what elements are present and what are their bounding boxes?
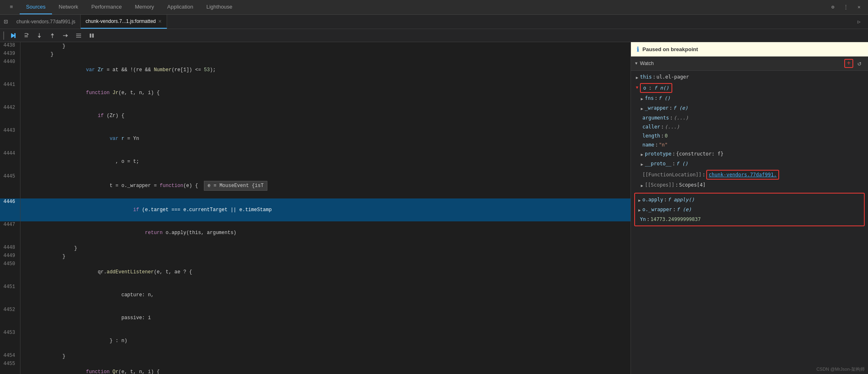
table-row: 4453 } : n) xyxy=(0,329,631,352)
watch-item-name: name: "n" xyxy=(631,140,868,149)
main-content: 4438 } 4439 } 4440 var Zr = at && !(re &… xyxy=(0,42,868,374)
watch-item-this[interactable]: ▶ this: ul.el-pager xyxy=(631,72,868,82)
tab-sources[interactable]: Sources xyxy=(20,0,52,14)
file-tab-bar: ⊡ chunk-vendors.77daf991.js chunk-vendor… xyxy=(0,15,868,29)
more-button[interactable]: ⋮ xyxy=(840,2,852,13)
bottom-highlight-box: ▶ o.apply: f apply() ▶ o._wrapper: f (e) xyxy=(634,193,865,226)
code-editor[interactable]: 4438 } 4439 } 4440 var Zr = at && !(re &… xyxy=(0,42,631,374)
arrow-scopes: ▶ xyxy=(641,182,643,189)
step-into-button[interactable] xyxy=(34,30,45,41)
resume-button[interactable] xyxy=(7,30,19,41)
app-container: ≡ Sources Network Performance Memory App… xyxy=(0,0,868,374)
watch-item-arguments: arguments: (...) xyxy=(631,113,868,122)
table-row: 4444 , o = t; xyxy=(0,150,631,173)
file-tab-inactive-label: chunk-vendors.77daf991.js xyxy=(16,19,75,25)
watch-item-caller: caller: (...) xyxy=(631,122,868,131)
watch-expand-arrow: ▼ xyxy=(635,61,637,66)
table-row: 4439 } xyxy=(0,50,631,59)
add-watch-button[interactable]: + xyxy=(844,59,853,68)
close-button[interactable]: ✕ xyxy=(853,2,865,13)
tab-lighthouse-label: Lighthouse xyxy=(206,4,233,10)
svg-rect-1 xyxy=(14,33,16,38)
tab-memory-label: Memory xyxy=(135,4,154,10)
watch-tree: ▶ this: ul.el-pager ▼ o: f n() xyxy=(631,71,868,374)
table-row: 4448 } xyxy=(0,244,631,252)
svg-rect-12 xyxy=(90,34,91,38)
tab-network-label: Network xyxy=(59,4,78,10)
tab-memory[interactable]: Memory xyxy=(128,0,160,14)
arrow-proto: ▶ xyxy=(641,161,643,168)
debug-toolbar xyxy=(0,29,868,42)
watermark: CSDN @MrJson-架构师 xyxy=(816,366,865,372)
watch-item-fns[interactable]: ▶ fns: f () xyxy=(631,94,868,104)
table-row: 4450 qr.addEventListener(e, t, ae ? { xyxy=(0,261,631,284)
table-row: 4446 if (e.target === e.currentTarget ||… xyxy=(0,198,631,221)
file-tab-active-label: chunk-vendors.7...1.js:formatted xyxy=(86,18,156,24)
svg-marker-6 xyxy=(51,33,54,35)
deactivate-breakpoints-button[interactable] xyxy=(73,30,84,41)
info-icon: ℹ xyxy=(637,45,639,53)
tab-application-label: Application xyxy=(167,4,193,10)
watch-item-length: length: 0 xyxy=(631,131,868,140)
watch-item-yn: Yn: 14773.24999999837 xyxy=(638,215,861,224)
tooltip-overlay: e = MouseEvent {isT xyxy=(204,181,267,191)
file-tab-active[interactable]: chunk-vendors.7...1.js:formatted × xyxy=(81,15,167,29)
right-panel: ℹ Paused on breakpoint ▼ Watch + ↺ ▶ thi… xyxy=(631,42,868,374)
sidebar-toggle[interactable]: ⊡ xyxy=(0,16,11,27)
add-tab-button[interactable]: ▷ xyxy=(853,16,865,27)
arrow-o: ▼ xyxy=(636,84,638,91)
tab-elements[interactable]: ≡ xyxy=(3,0,20,14)
step-out-button[interactable] xyxy=(47,30,58,41)
table-row: 4452 passive: i xyxy=(0,306,631,329)
arrow-prototype: ▶ xyxy=(641,151,643,158)
arrow-o-apply: ▶ xyxy=(638,197,641,204)
watch-item-proto[interactable]: ▶ __proto__: f () xyxy=(631,159,868,169)
table-row: 4449 } xyxy=(0,252,631,261)
arrow-this: ▶ xyxy=(636,74,638,81)
step-over-button[interactable] xyxy=(20,30,32,41)
table-row: 4441 function Jr(e, t, n, i) { xyxy=(0,81,631,104)
table-row: 4454 } xyxy=(0,352,631,360)
watch-item-o-wrapper[interactable]: ▶ o._wrapper: f (e) xyxy=(638,205,861,215)
file-tab-inactive[interactable]: chunk-vendors.77daf991.js xyxy=(11,15,81,29)
watch-item-function-location: [[FunctionLocation]]: chunk-vendors.77da… xyxy=(631,169,868,180)
code-lines: 4438 } 4439 } 4440 var Zr = at && !(re &… xyxy=(0,42,631,374)
function-location-link[interactable]: chunk-vendors.77daf991. xyxy=(709,172,777,178)
watch-label: Watch xyxy=(640,61,844,66)
svg-marker-8 xyxy=(66,34,68,37)
pause-button[interactable] xyxy=(86,30,97,41)
watch-item-o[interactable]: ▼ o: f n() xyxy=(631,82,868,94)
table-row: 4455 function Qr(e, t, n, i) { xyxy=(0,360,631,374)
step-button[interactable] xyxy=(60,30,71,41)
tab-network[interactable]: Network xyxy=(52,0,85,14)
watch-item-prototype[interactable]: ▶ prototype: {constructor: f} xyxy=(631,149,868,159)
top-tab-bar: ≡ Sources Network Performance Memory App… xyxy=(0,0,868,15)
svg-rect-13 xyxy=(92,34,94,38)
table-row: 4442 if (Zr) { xyxy=(0,104,631,127)
breakpoint-notice-text: Paused on breakpoint xyxy=(642,46,698,52)
svg-marker-4 xyxy=(38,36,41,38)
table-row: 4443 var r = Yn xyxy=(0,127,631,150)
tab-performance-label: Performance xyxy=(91,4,122,10)
tab-sources-label: Sources xyxy=(26,4,46,10)
table-row: 4438 } xyxy=(0,42,631,50)
watch-header[interactable]: ▼ Watch + ↺ xyxy=(631,56,868,71)
file-tab-close-icon[interactable]: × xyxy=(158,18,162,25)
tab-performance[interactable]: Performance xyxy=(85,0,128,14)
table-row: 4440 var Zr = at && !(re && Number(re[1]… xyxy=(0,59,631,81)
tab-application[interactable]: Application xyxy=(160,0,200,14)
table-row: 4451 capture: n, xyxy=(0,284,631,306)
watch-item-o-apply[interactable]: ▶ o.apply: f apply() xyxy=(638,195,861,205)
arrow-o-wrapper: ▶ xyxy=(638,207,641,214)
table-row: 4445 t = o._wrapper = function(e) { e = … xyxy=(0,173,631,198)
breakpoint-notice: ℹ Paused on breakpoint xyxy=(631,42,868,56)
watch-item-scopes[interactable]: ▶ [[Scopes]]: Scopes[4] xyxy=(631,180,868,190)
tab-elements-label: ≡ xyxy=(10,4,13,10)
tab-lighthouse[interactable]: Lighthouse xyxy=(200,0,239,14)
settings-button[interactable]: ⚙ xyxy=(827,2,839,13)
refresh-watch-button[interactable]: ↺ xyxy=(855,59,864,68)
watch-item-wrapper[interactable]: ▶ _wrapper: f (e) xyxy=(631,104,868,113)
arrow-fns: ▶ xyxy=(641,95,643,103)
arrow-wrapper: ▶ xyxy=(641,105,643,113)
table-row: 4447 return o.apply(this, arguments) xyxy=(0,221,631,244)
